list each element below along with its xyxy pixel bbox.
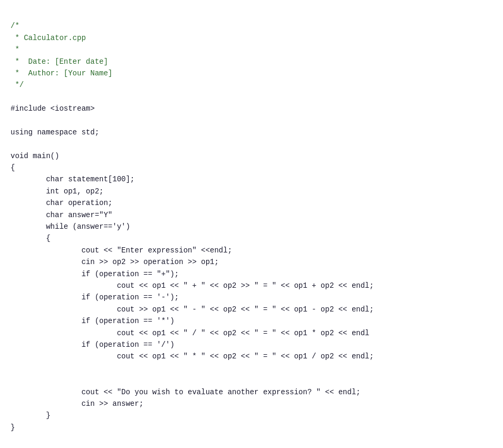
- close-brace-main: }: [11, 423, 15, 432]
- include-line: #include <iostream>: [11, 104, 95, 113]
- cin-answer: cin >> answer;: [11, 400, 143, 408]
- close-brace-while: }: [11, 411, 51, 420]
- cout-plus: cout << op1 << " + " << op2 >> " = " << …: [11, 281, 374, 290]
- cout-another: cout << "Do you wish to evaluate another…: [11, 388, 361, 396]
- namespace-line: using namespace std;: [11, 128, 99, 137]
- code-editor: /* * Calculator.cpp * * Date: [Enter dat…: [11, 8, 492, 433]
- cout-divide: cout << op1 << " * " << op2 << " = " << …: [11, 352, 374, 361]
- var-operation: char operation;: [11, 199, 112, 207]
- comment-line-1: /* * Calculator.cpp * * Date: [Enter dat…: [11, 22, 112, 89]
- cout-minus: cout >> op1 << " - " << op2 << " = " << …: [11, 305, 374, 314]
- var-statement: char statement[100];: [11, 175, 134, 183]
- if-multiply: if (operation == '*'): [11, 317, 175, 325]
- open-brace-while: {: [11, 234, 51, 242]
- if-plus: if (operation == "+");: [11, 270, 179, 278]
- cout-multiply: cout << op1 << " / " << op2 << " = " << …: [11, 329, 370, 337]
- cout-enter: cout << "Enter expression" <<endl;: [11, 246, 232, 255]
- open-brace-main: {: [11, 163, 15, 172]
- var-answer: char answer="Y": [11, 211, 112, 219]
- var-op: int op1, op2;: [11, 187, 103, 196]
- main-declaration: void main(): [11, 152, 59, 160]
- while-loop: while (answer=='y'): [11, 222, 130, 231]
- if-minus: if (operation == '-');: [11, 293, 179, 301]
- if-divide: if (operation == '/'): [11, 340, 175, 349]
- cin-input: cin >> op2 >> operation >> op1;: [11, 258, 219, 266]
